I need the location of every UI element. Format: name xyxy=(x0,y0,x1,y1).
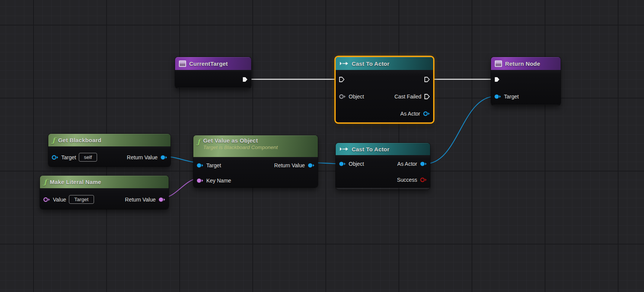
node-title: Cast To Actor xyxy=(352,60,389,67)
function-icon: ƒ xyxy=(44,179,47,186)
return-value-output-pin[interactable] xyxy=(158,197,166,203)
node-header: Cast To Actor xyxy=(336,143,430,155)
node-body: Target Return Value Key Name xyxy=(193,157,318,187)
pin-label: Key Name xyxy=(206,178,231,184)
node-body xyxy=(175,70,251,88)
pin-label: Cast Failed xyxy=(394,94,421,100)
node-cast-to-actor-2[interactable]: Cast To Actor Object As Actor Success xyxy=(336,143,430,189)
return-value-output-pin[interactable] xyxy=(160,154,167,160)
node-header: Return Node xyxy=(491,57,561,70)
value-input-pin[interactable] xyxy=(43,197,50,203)
pin-label: Return Value xyxy=(125,197,156,203)
node-header: ƒ Get Value as Object Target is Blackboa… xyxy=(193,135,318,157)
exec-in-pin[interactable] xyxy=(494,76,500,83)
node-header: Cast To Actor xyxy=(336,57,433,70)
exec-in-pin[interactable] xyxy=(339,76,345,83)
target-input-pin[interactable] xyxy=(196,162,204,168)
pin-label: Target xyxy=(61,154,76,160)
blueprint-graph-canvas[interactable]: CurrentTarget Cast To Actor xyxy=(0,0,644,292)
cast-icon xyxy=(340,146,349,152)
target-input-pin[interactable] xyxy=(494,94,501,100)
function-entry-icon xyxy=(179,60,186,67)
value-default-value-field[interactable] xyxy=(69,195,94,204)
node-cast-to-actor-selected[interactable]: Cast To Actor Object Cast Failed xyxy=(336,57,433,122)
object-input-pin[interactable] xyxy=(339,161,346,167)
return-value-output-pin[interactable] xyxy=(308,162,315,168)
as-actor-output-pin[interactable] xyxy=(423,111,430,117)
pin-label: Return Value xyxy=(127,154,158,160)
pin-label: Return Value xyxy=(274,162,305,168)
node-title: Make Literal Name xyxy=(50,179,101,185)
pin-label: As Actor xyxy=(400,111,420,117)
pin-label: Object xyxy=(349,161,364,167)
pin-label: Object xyxy=(349,94,364,100)
node-make-literal-name[interactable]: ƒ Make Literal Name Value Return Value xyxy=(40,176,169,209)
as-actor-output-pin[interactable] xyxy=(420,161,427,167)
exec-out-pin[interactable] xyxy=(424,76,430,83)
node-title: Get Value as Object xyxy=(203,137,278,144)
pin-label: Target xyxy=(504,94,519,100)
node-header: ƒ Get Blackboard xyxy=(48,134,171,146)
cast-failed-exec-pin[interactable] xyxy=(424,94,430,100)
pin-label: Target xyxy=(206,162,221,168)
function-result-icon xyxy=(495,60,502,67)
node-title: CurrentTarget xyxy=(189,60,228,67)
function-icon: ƒ xyxy=(197,138,200,145)
key-name-input-pin[interactable] xyxy=(196,178,204,184)
node-get-blackboard[interactable]: ƒ Get Blackboard Target Return Value xyxy=(48,134,171,167)
node-body: Value Return Value xyxy=(40,188,169,209)
node-header: ƒ Make Literal Name xyxy=(40,176,169,188)
node-body: Object Cast Failed As Actor xyxy=(336,70,433,122)
exec-out-pin[interactable] xyxy=(242,76,248,83)
node-subtitle: Target is Blackboard Component xyxy=(203,144,278,150)
target-default-value-field[interactable] xyxy=(79,153,97,162)
node-title: Get Blackboard xyxy=(58,137,102,143)
success-output-pin[interactable] xyxy=(420,177,427,183)
function-icon: ƒ xyxy=(52,137,55,144)
node-body: Object As Actor Success xyxy=(336,155,430,188)
node-body: Target xyxy=(491,70,561,105)
node-title: Cast To Actor xyxy=(352,146,389,152)
pin-label: As Actor xyxy=(397,161,417,167)
wire-blue-asactor-to-return-target[interactable] xyxy=(425,97,496,164)
node-get-value-as-object[interactable]: ƒ Get Value as Object Target is Blackboa… xyxy=(193,135,318,187)
object-input-pin[interactable] xyxy=(339,94,346,100)
node-function-entry-currenttarget[interactable]: CurrentTarget xyxy=(175,57,251,88)
node-body: Target Return Value xyxy=(48,146,171,167)
node-return-node[interactable]: Return Node Target xyxy=(491,57,561,105)
target-input-pin[interactable] xyxy=(51,154,59,160)
cast-icon xyxy=(340,60,349,67)
pin-label: Value xyxy=(53,197,66,203)
node-header: CurrentTarget xyxy=(175,57,251,70)
pin-label: Success xyxy=(397,177,417,183)
node-title: Return Node xyxy=(505,60,540,67)
